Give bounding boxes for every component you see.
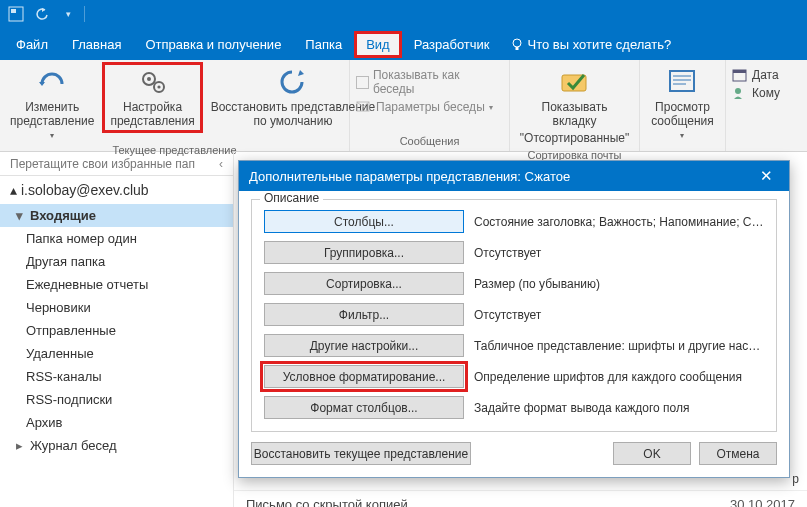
sort-to-button[interactable]: Кому bbox=[732, 86, 780, 100]
setting-desc: Задайте формат вывода каждого поля bbox=[474, 401, 764, 415]
folder-item[interactable]: Удаленные bbox=[0, 342, 233, 365]
fieldset-legend: Описание bbox=[260, 191, 323, 205]
setting-button[interactable]: Столбцы... bbox=[264, 210, 464, 233]
folder-name: RSS-подписки bbox=[26, 392, 112, 407]
conv-settings-label: Параметры беседы bbox=[376, 100, 485, 114]
change-view-label: Изменить представление bbox=[10, 100, 94, 129]
folder-item[interactable]: Архив bbox=[0, 411, 233, 434]
show-focused-tab-button[interactable]: Показывать вкладку "Отсортированные" bbox=[516, 64, 633, 147]
folder-name: Отправленные bbox=[26, 323, 116, 338]
svg-point-5 bbox=[147, 77, 151, 81]
menu-view[interactable]: Вид bbox=[354, 31, 402, 58]
group-blank2 bbox=[732, 133, 790, 151]
show-tab-label: Показывать вкладку bbox=[520, 100, 629, 129]
conv-settings-icon bbox=[356, 100, 372, 114]
caret-icon: ▾ bbox=[14, 208, 24, 223]
caret-down-icon: ▴ bbox=[10, 182, 17, 198]
menu-sendrecv[interactable]: Отправка и получение bbox=[133, 31, 293, 58]
description-fieldset: Описание Столбцы...Состояние заголовка; … bbox=[251, 199, 777, 432]
folder-item[interactable]: Отправленные bbox=[0, 319, 233, 342]
message-preview-button[interactable]: Просмотр сообщения ▾ bbox=[647, 64, 718, 142]
caret-icon: ▸ bbox=[14, 438, 24, 453]
sort-date-button[interactable]: Дата bbox=[732, 68, 780, 82]
favorites-bar[interactable]: Перетащите свои избранные пап ‹ bbox=[0, 152, 233, 176]
folder-name: Архив bbox=[26, 415, 62, 430]
reset-icon bbox=[277, 66, 309, 98]
setting-row: Группировка...Отсутствует bbox=[264, 241, 764, 264]
setting-desc: Размер (по убыванию) bbox=[474, 277, 764, 291]
dialog-title: Дополнительные параметры представления: … bbox=[249, 169, 570, 184]
ribbon: Изменить представление ▾ Настройка предс… bbox=[0, 60, 807, 152]
folder-item[interactable]: Черновики bbox=[0, 296, 233, 319]
svg-rect-15 bbox=[733, 70, 746, 73]
folder-name: Другая папка bbox=[26, 254, 105, 269]
conversation-settings-button: Параметры беседы ▾ bbox=[356, 100, 503, 114]
show-as-conv-label: Показывать как беседы bbox=[373, 68, 503, 96]
show-as-conversations-checkbox: Показывать как беседы bbox=[356, 68, 503, 96]
folder-name: Удаленные bbox=[26, 346, 94, 361]
close-button[interactable]: ✕ bbox=[753, 167, 779, 185]
show-tab-label2: "Отсортированные" bbox=[520, 131, 629, 145]
divider bbox=[84, 6, 85, 22]
setting-button[interactable]: Сортировка... bbox=[264, 272, 464, 295]
titlebar: ▾ bbox=[0, 0, 807, 28]
setting-button[interactable]: Группировка... bbox=[264, 241, 464, 264]
preview-label: Просмотр сообщения bbox=[651, 100, 714, 129]
calendar-icon bbox=[732, 68, 748, 82]
mail-date: 30.10.2017 bbox=[705, 497, 795, 507]
qat-dropdown-icon[interactable]: ▾ bbox=[58, 4, 78, 24]
folder-item[interactable]: ▾Входящие bbox=[0, 204, 233, 227]
svg-point-7 bbox=[157, 85, 160, 88]
setting-button[interactable]: Условное форматирование... bbox=[264, 365, 464, 388]
setting-button[interactable]: Фильтр... bbox=[264, 303, 464, 326]
folder-item[interactable]: Папка номер один bbox=[0, 227, 233, 250]
svg-rect-10 bbox=[670, 71, 694, 91]
restore-view-button[interactable]: Восстановить текущее представление bbox=[251, 442, 471, 465]
folder-name: Входящие bbox=[30, 208, 96, 223]
view-settings-label: Настройка представления bbox=[110, 100, 194, 129]
folder-name: Журнал бесед bbox=[30, 438, 117, 453]
preview-icon bbox=[666, 66, 698, 98]
svg-point-16 bbox=[735, 88, 741, 94]
date-label: Дата bbox=[752, 68, 779, 82]
folder-item[interactable]: RSS-каналы bbox=[0, 365, 233, 388]
account-name: i.solobay@exev.club bbox=[21, 182, 149, 198]
app-icon bbox=[6, 4, 26, 24]
setting-row: Фильтр...Отсутствует bbox=[264, 303, 764, 326]
setting-desc: Определение шрифтов для каждого сообщени… bbox=[474, 370, 764, 384]
menu-developer[interactable]: Разработчик bbox=[402, 31, 502, 58]
cancel-button[interactable]: Отмена bbox=[699, 442, 777, 465]
folder-item[interactable]: RSS-подписки bbox=[0, 388, 233, 411]
folder-item[interactable]: ▸Журнал бесед bbox=[0, 434, 233, 457]
chevron-left-icon[interactable]: ‹ bbox=[219, 157, 223, 171]
svg-point-2 bbox=[513, 39, 521, 47]
menu-folder[interactable]: Папка bbox=[293, 31, 354, 58]
folder-name: Черновики bbox=[26, 300, 91, 315]
setting-row: Условное форматирование...Определение шр… bbox=[264, 365, 764, 388]
setting-desc: Отсутствует bbox=[474, 308, 764, 322]
favorites-label: Перетащите свои избранные пап bbox=[10, 157, 219, 171]
group-messages-label: Сообщения bbox=[356, 133, 503, 151]
svg-rect-3 bbox=[515, 47, 518, 50]
folder-item[interactable]: Другая папка bbox=[0, 250, 233, 273]
tell-me[interactable]: Что вы хотите сделать? bbox=[510, 37, 672, 52]
setting-button[interactable]: Другие настройки... bbox=[264, 334, 464, 357]
gear-icon bbox=[137, 66, 169, 98]
folder-item[interactable]: Ежедневные отчеты bbox=[0, 273, 233, 296]
setting-button[interactable]: Формат столбцов... bbox=[264, 396, 464, 419]
setting-row: Другие настройки...Табличное представлен… bbox=[264, 334, 764, 357]
mail-row[interactable]: Письмо со скрытой копией30.10.2017 bbox=[234, 491, 807, 507]
qat-undo-icon[interactable] bbox=[32, 4, 52, 24]
ok-button[interactable]: OK bbox=[613, 442, 691, 465]
dialog-titlebar: Дополнительные параметры представления: … bbox=[239, 161, 789, 191]
view-settings-button[interactable]: Настройка представления bbox=[104, 64, 200, 131]
folder-check-icon bbox=[559, 66, 591, 98]
folder-name: Папка номер один bbox=[26, 231, 137, 246]
account-header[interactable]: ▴ i.solobay@exev.club bbox=[0, 176, 233, 204]
checkbox-icon bbox=[356, 76, 369, 89]
chevron-down-icon: ▾ bbox=[489, 103, 493, 112]
tell-me-label: Что вы хотите сделать? bbox=[528, 37, 672, 52]
menu-file[interactable]: Файл bbox=[4, 31, 60, 58]
menu-home[interactable]: Главная bbox=[60, 31, 133, 58]
change-view-button[interactable]: Изменить представление ▾ bbox=[6, 64, 98, 142]
